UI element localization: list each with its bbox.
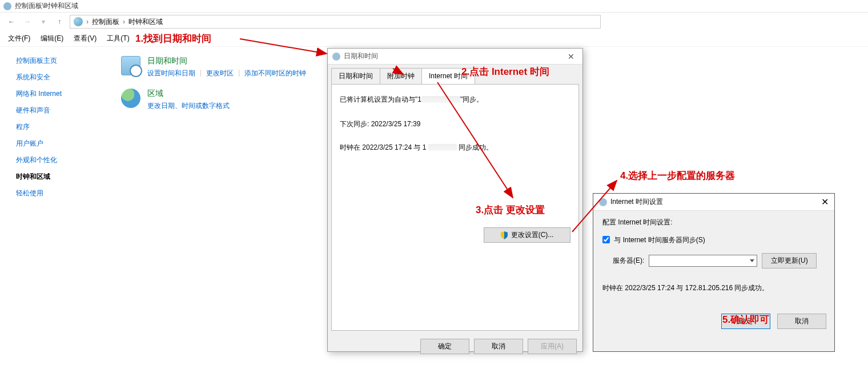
cp-region-title[interactable]: 区域: [147, 89, 230, 99]
sync-status-line: 已将计算机设置为自动与"1"同步。: [340, 95, 570, 105]
server-label: 服务器(E):: [613, 256, 644, 266]
tab-additional-clocks[interactable]: 附加时钟: [380, 68, 422, 84]
ok-button[interactable]: 确定: [420, 339, 469, 354]
sidebar-ease[interactable]: 轻松使用: [16, 189, 114, 198]
sync-checkbox-row: 与 Internet 时间服务器同步(S): [602, 235, 825, 245]
sidebar-accounts[interactable]: 用户账户: [16, 139, 114, 149]
dialog2-title: Internet 时间设置: [610, 197, 821, 207]
sync-result: 时钟在 2022/3/25 17:24 与 172.81.205.216 同步成…: [602, 283, 825, 293]
window-titlebar: 控制面板\时钟和区域: [0, 0, 868, 13]
sidebar-appearance[interactable]: 外观和个性化: [16, 155, 114, 165]
chevron-down-icon: [750, 259, 754, 262]
menu-file[interactable]: 文件(F): [8, 34, 30, 43]
server-combobox[interactable]: [649, 255, 757, 267]
dialog-button-row: 确定 取消 应用(A): [328, 334, 582, 359]
sidebar-clock[interactable]: 时钟和区域: [16, 172, 114, 182]
config-heading: 配置 Internet 时间设置:: [602, 218, 825, 227]
link-add-clocks[interactable]: 添加不同时区的时钟: [244, 69, 306, 78]
next-sync-line: 下次同步: 2022/3/25 17:39: [340, 119, 570, 129]
breadcrumb-icon: [74, 17, 83, 26]
forward-arrow-icon[interactable]: →: [22, 16, 33, 27]
dialog2-titlebar[interactable]: Internet 时间设置 ✕: [593, 194, 834, 211]
dialog-icon: [332, 53, 340, 61]
tab-bar: 日期和时间 附加时钟 Internet 时间: [331, 68, 579, 84]
ok-button[interactable]: 确定: [721, 314, 770, 329]
tab-datetime[interactable]: 日期和时间: [331, 68, 380, 84]
dialog-titlebar[interactable]: 日期和时间 ✕: [328, 49, 582, 65]
menu-bar: 文件(F) 编辑(E) 查看(V) 工具(T): [0, 31, 868, 47]
breadcrumb-root[interactable]: 控制面板: [92, 17, 119, 27]
change-settings-button[interactable]: 更改设置(C)...: [484, 227, 570, 243]
sync-checkbox[interactable]: [602, 236, 610, 243]
cp-item-region: 区域 更改日期、时间或数字格式: [121, 89, 306, 111]
dialog-icon: [599, 198, 607, 206]
window-title: 控制面板\时钟和区域: [15, 1, 78, 11]
sidebar-programs[interactable]: 程序: [16, 122, 114, 132]
redacted-server: [421, 96, 460, 103]
content-area: 日期和时间 设置时间和日期 | 更改时区 | 添加不同时区的时钟 区域 更改日期…: [114, 47, 306, 205]
apply-button[interactable]: 应用(A): [528, 339, 577, 354]
breadcrumb-section[interactable]: 时钟和区域: [128, 17, 163, 27]
cp-item-datetime: 日期和时间 设置时间和日期 | 更改时区 | 添加不同时区的时钟: [121, 56, 306, 78]
update-now-button[interactable]: 立即更新(U): [762, 253, 817, 268]
link-change-formats[interactable]: 更改日期、时间或数字格式: [147, 101, 230, 111]
back-arrow-icon[interactable]: ←: [6, 16, 17, 27]
shield-icon: [501, 231, 508, 239]
menu-edit[interactable]: 编辑(E): [41, 34, 63, 43]
chevron-right-icon: ›: [86, 18, 89, 26]
cancel-button[interactable]: 取消: [777, 314, 826, 329]
cp-datetime-title[interactable]: 日期和时间: [147, 56, 306, 66]
last-sync-line: 时钟在 2022/3/25 17:24 与 1 同步成功。: [340, 143, 570, 153]
tab-internet-time[interactable]: Internet 时间: [421, 68, 475, 84]
chevron-right-icon: ›: [123, 18, 125, 26]
recent-dropdown-icon[interactable]: ▾: [38, 16, 49, 27]
sidebar-network[interactable]: 网络和 Internet: [16, 89, 114, 99]
link-set-datetime[interactable]: 设置时间和日期: [147, 69, 195, 78]
menu-tools[interactable]: 工具(T): [107, 34, 129, 43]
link-change-timezone[interactable]: 更改时区: [206, 69, 234, 78]
dialog-title: 日期和时间: [344, 51, 561, 61]
dialog2-body: 配置 Internet 时间设置: 与 Internet 时间服务器同步(S) …: [593, 211, 834, 308]
breadcrumb[interactable]: › 控制面板 › 时钟和区域: [70, 15, 601, 29]
close-icon[interactable]: ✕: [564, 51, 578, 62]
dialog-internet-time-settings: Internet 时间设置 ✕ 配置 Internet 时间设置: 与 Inte…: [593, 193, 835, 352]
sidebar: 控制面板主页 系统和安全 网络和 Internet 硬件和声音 程序 用户账户 …: [0, 47, 114, 205]
navigation-bar: ← → ▾ ↑ › 控制面板 › 时钟和区域: [0, 13, 868, 31]
clock-icon: [121, 56, 140, 75]
sidebar-hardware[interactable]: 硬件和声音: [16, 106, 114, 115]
sidebar-home[interactable]: 控制面板主页: [16, 56, 114, 66]
dialog-datetime: 日期和时间 ✕ 日期和时间 附加时钟 Internet 时间 已将计算机设置为自…: [327, 48, 583, 352]
globe-icon: [121, 89, 140, 108]
cancel-button[interactable]: 取消: [474, 339, 523, 354]
sync-checkbox-label: 与 Internet 时间服务器同步(S): [614, 236, 705, 244]
close-icon[interactable]: ✕: [821, 196, 829, 207]
tab-content: 已将计算机设置为自动与"1"同步。 下次同步: 2022/3/25 17:39 …: [331, 84, 579, 331]
up-arrow-icon[interactable]: ↑: [54, 16, 65, 27]
sidebar-security[interactable]: 系统和安全: [16, 73, 114, 82]
redacted-server: [428, 144, 457, 151]
server-row: 服务器(E): 立即更新(U): [602, 253, 825, 268]
dialog2-button-row: 确定 取消: [593, 308, 834, 335]
control-panel-icon: [3, 2, 11, 10]
menu-view[interactable]: 查看(V): [74, 34, 97, 43]
